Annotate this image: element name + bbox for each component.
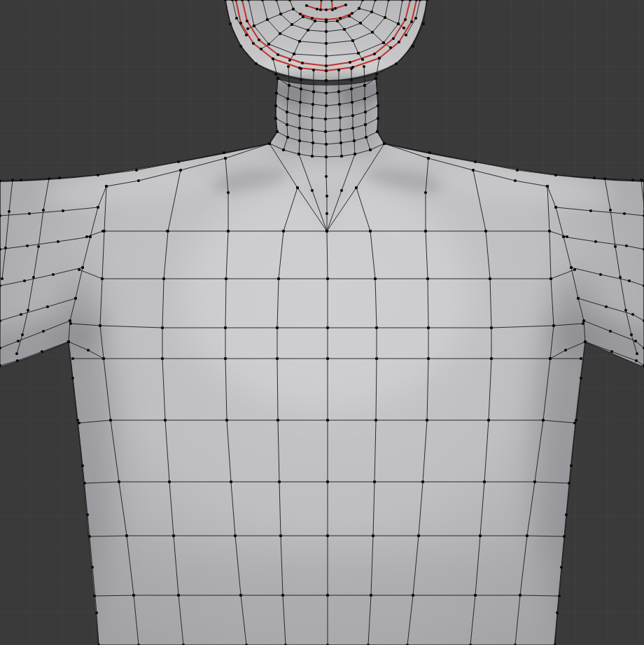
mesh-vertex[interactable] bbox=[351, 39, 354, 42]
mesh-vertex[interactable] bbox=[377, 117, 379, 120]
mesh-vertex[interactable] bbox=[316, 8, 318, 11]
mesh-vertex[interactable] bbox=[86, 513, 89, 516]
mesh-vertex[interactable] bbox=[307, 29, 309, 32]
mesh-vertex[interactable] bbox=[395, 62, 398, 65]
mesh-vertex[interactable] bbox=[239, 594, 242, 597]
mesh-vertex[interactable] bbox=[343, 28, 346, 31]
mesh-vertex[interactable] bbox=[363, 84, 366, 87]
mesh-vertex[interactable] bbox=[288, 59, 291, 62]
mesh-vertex[interactable] bbox=[636, 352, 638, 355]
mesh-vertex[interactable] bbox=[562, 235, 565, 238]
mesh-vertex[interactable] bbox=[324, 130, 327, 133]
mesh-vertex[interactable] bbox=[599, 273, 602, 276]
mesh-vertex[interactable] bbox=[8, 210, 10, 213]
mesh-vertex[interactable] bbox=[383, 142, 386, 145]
mesh-vertex[interactable] bbox=[300, 78, 302, 81]
mesh-vertex[interactable] bbox=[365, 136, 368, 139]
mesh-vertex[interactable] bbox=[28, 212, 31, 215]
mesh-vertex[interactable] bbox=[312, 90, 315, 93]
mesh-vertex[interactable] bbox=[69, 322, 72, 325]
mesh-vertex[interactable] bbox=[282, 148, 285, 151]
3d-viewport[interactable] bbox=[0, 0, 644, 645]
mesh-vertex[interactable] bbox=[402, 27, 405, 29]
selected-edge[interactable] bbox=[332, 0, 332, 10]
mesh-vertex[interactable] bbox=[71, 377, 74, 380]
mesh-vertex[interactable] bbox=[358, 7, 360, 10]
mesh-vertex[interactable] bbox=[417, 534, 420, 537]
mesh-vertex[interactable] bbox=[300, 88, 302, 90]
mesh-vertex[interactable] bbox=[373, 53, 376, 55]
mesh-vertex[interactable] bbox=[404, 18, 407, 21]
mesh-vertex[interactable] bbox=[554, 206, 557, 209]
mesh-vertex[interactable] bbox=[277, 277, 280, 280]
mesh-vertex[interactable] bbox=[325, 55, 328, 57]
mesh-vertex[interactable] bbox=[427, 157, 430, 160]
mesh-vertex[interactable] bbox=[312, 103, 314, 106]
mesh-vertex[interactable] bbox=[370, 11, 373, 13]
mesh-vertex[interactable] bbox=[11, 179, 14, 181]
mesh-vertex[interactable] bbox=[490, 326, 493, 329]
mesh-vertex[interactable] bbox=[227, 230, 230, 233]
mesh-vertex[interactable] bbox=[424, 191, 427, 194]
mesh-vertex[interactable] bbox=[225, 277, 227, 280]
mesh-vertex[interactable] bbox=[319, 8, 322, 11]
mesh-vertex[interactable] bbox=[374, 277, 377, 280]
mesh-vertex[interactable] bbox=[631, 179, 634, 181]
mesh-vertex[interactable] bbox=[375, 326, 378, 329]
mesh-vertex[interactable] bbox=[580, 377, 582, 380]
mesh-vertex[interactable] bbox=[565, 513, 568, 516]
mesh-vertex[interactable] bbox=[274, 117, 277, 120]
mesh-vertex[interactable] bbox=[609, 330, 612, 333]
mesh-vertex[interactable] bbox=[412, 594, 414, 597]
mesh-vertex[interactable] bbox=[351, 127, 354, 130]
mesh-vertex[interactable] bbox=[369, 148, 372, 151]
mesh-vertex[interactable] bbox=[118, 480, 120, 483]
mesh-vertex[interactable] bbox=[351, 114, 354, 117]
mesh-vertex[interactable] bbox=[230, 480, 232, 483]
mesh-vertex[interactable] bbox=[570, 464, 573, 467]
mesh-vertex[interactable] bbox=[339, 116, 342, 119]
mesh-vertex[interactable] bbox=[489, 277, 491, 280]
mesh-vertex[interactable] bbox=[41, 350, 43, 353]
mesh-vertex[interactable] bbox=[311, 129, 314, 132]
mesh-vertex[interactable] bbox=[325, 155, 328, 158]
mesh-vertex[interactable] bbox=[374, 77, 377, 80]
mesh-vertex[interactable] bbox=[324, 118, 327, 120]
mesh-vertex[interactable] bbox=[125, 534, 128, 537]
mesh-vertex[interactable] bbox=[584, 340, 587, 343]
mesh-vertex[interactable] bbox=[276, 326, 279, 329]
mesh-vertex[interactable] bbox=[234, 534, 237, 537]
mesh-vertex[interactable] bbox=[364, 111, 367, 113]
mesh-vertex[interactable] bbox=[15, 352, 18, 355]
mesh-vertex[interactable] bbox=[252, 42, 255, 45]
mesh-vertex[interactable] bbox=[281, 594, 284, 597]
mesh-vertex[interactable] bbox=[135, 169, 138, 172]
mesh-vertex[interactable] bbox=[23, 279, 26, 282]
mesh-vertex[interactable] bbox=[397, 22, 400, 25]
mesh-vertex[interactable] bbox=[519, 594, 522, 597]
mesh-vertex[interactable] bbox=[223, 151, 225, 154]
mesh-vertex[interactable] bbox=[89, 235, 92, 238]
mesh-vertex[interactable] bbox=[1, 277, 4, 280]
mesh-vertex[interactable] bbox=[266, 18, 269, 21]
mesh-vertex[interactable] bbox=[421, 480, 424, 483]
mesh-vertex[interactable] bbox=[276, 419, 279, 422]
mesh-vertex[interactable] bbox=[258, 39, 260, 41]
mesh-vertex[interactable] bbox=[338, 103, 341, 106]
mesh-vertex[interactable] bbox=[17, 340, 20, 342]
mesh-vertex[interactable] bbox=[325, 92, 328, 95]
mesh-vertex[interactable] bbox=[268, 142, 271, 145]
mesh-vertex[interactable] bbox=[296, 186, 299, 189]
mesh-vertex[interactable] bbox=[516, 169, 519, 172]
mesh-vertex[interactable] bbox=[239, 22, 242, 25]
mesh-vertex[interactable] bbox=[609, 209, 612, 211]
mesh-vertex[interactable] bbox=[484, 230, 487, 233]
mesh-vertex[interactable] bbox=[224, 326, 227, 329]
mesh-vertex[interactable] bbox=[351, 101, 354, 104]
mesh-vertex[interactable] bbox=[161, 357, 164, 360]
mesh-vertex[interactable] bbox=[526, 534, 528, 537]
mesh-vertex[interactable] bbox=[225, 419, 228, 422]
mesh-vertex[interactable] bbox=[161, 326, 164, 329]
selected-edge[interactable] bbox=[321, 0, 321, 10]
mesh-vertex[interactable] bbox=[353, 139, 356, 142]
